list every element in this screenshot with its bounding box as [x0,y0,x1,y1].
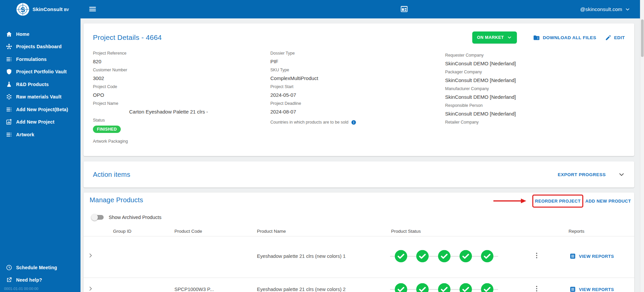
field-label: Project Deadline [270,101,445,106]
field-label: Artwork Packaging [93,139,270,144]
scrollbar-thumb[interactable] [641,19,644,57]
field-value: 2024-05-07 [270,92,445,98]
field-value: 2024-08-07 [270,108,445,115]
expand-row-icon[interactable] [87,285,94,292]
sidebar-item-raw-materials-vault[interactable]: Raw materials Vault [0,91,80,103]
list-icon [6,131,12,138]
sidebar-item-projects-dashboard[interactable]: Projects Dashboard [0,41,80,53]
row-menu-icon[interactable] [533,251,541,261]
field-packager-company: Packager Company SkinConsult DEMO [Neder… [445,70,625,83]
field-label: Manufacturer Company [445,86,625,91]
sidebar-item-need-help[interactable]: Need help? [0,274,80,286]
sidebar-timestamp: 0001-01-01 00:00:00 [0,286,80,291]
field-value: OPO [93,92,270,98]
home-icon [6,31,12,38]
sidebar-item-artwork[interactable]: Artwork [0,128,80,141]
row-menu-icon[interactable] [533,285,541,292]
check-circle-icon [416,250,429,263]
sidebar-item-add-new-project[interactable]: Add New Project [0,116,80,129]
check-circle-icon [395,283,407,292]
annotation-arrow [493,198,528,204]
product-status-stepper [395,283,493,292]
page-title: Project Details - 4664 [93,33,162,42]
account-menu[interactable]: @skinconsult.com [580,0,631,18]
field-project-start: Project Start 2024-05-07 [270,84,445,98]
sidebar-item-label: Project Portfolio Vault [16,69,67,74]
product-status-stepper [395,250,493,263]
annotation-highlight-box: REORDER PROJECT [532,195,583,208]
edit-button[interactable]: EDIT [605,34,625,41]
flask-icon [6,81,12,88]
show-archived-toggle[interactable] [92,215,104,220]
field-label: Project Start [270,84,445,89]
check-circle-icon [481,250,493,263]
project-fields: Project Reference 820 Customer Number 30… [93,51,625,147]
column-header-group-id: Group ID [113,229,131,234]
field-manufacturer-company: Manufacturer Company SkinConsult DEMO [N… [445,86,625,100]
sidebar-item-schedule-meeting[interactable]: Schedule Meeting [0,261,80,274]
sidebar-item-home[interactable]: Home [0,28,80,41]
brand-suffix: BV [64,8,69,12]
field-project-name: Project Name Carton Eyeshadow Palette 21… [93,101,270,115]
dashboard-icon[interactable] [400,5,409,13]
field-value: ComplexMultiProduct [270,75,445,81]
table-row: SPCP1000W3 P... Eyeshadow palette 21 clr… [84,278,634,292]
check-circle-icon [438,250,450,263]
manage-products-card: Manage Products REORDER PROJECT ADD NEW … [84,193,634,292]
chevron-down-icon[interactable] [618,171,625,178]
field-label: Project Name [93,101,270,106]
expand-row-icon[interactable] [87,252,94,261]
fields-column-2: Dossier Type PIF SKU Type ComplexMultiPr… [270,51,445,147]
field-value: 820 [93,58,270,65]
archived-toggle-row: Show Archived Products [92,213,161,221]
sidebar-item-label: Raw materials Vault [16,94,61,99]
menu-icon[interactable] [88,5,97,13]
toggle-knob [91,214,98,221]
sidebar-item-add-new-project-beta[interactable]: Add New Project(Beta) [0,103,80,116]
field-artwork-packaging: Artwork Packaging [93,139,270,144]
check-circle-icon [481,283,493,292]
sidebar-item-rd-products[interactable]: R&D Products [0,78,80,91]
sidebar-item-project-portfolio-vault[interactable]: Project Portfolio Vault [0,66,80,78]
sidebar-item-formulations[interactable]: Formulations [0,53,80,66]
chevron-down-icon [625,6,631,12]
field-requester-company: Requester Company SkinConsult DEMO [Nede… [445,53,625,67]
topbar: @skinconsult.com [80,0,640,18]
field-label: Customer Number [93,68,270,73]
check-circle-icon [460,283,472,292]
app-root: S SkinConsult BV Home Projects Dashboard… [0,0,644,292]
pencil-icon [605,34,611,41]
view-reports-button[interactable]: VIEW REPORTS [569,253,614,260]
field-label: Project Code [93,84,270,89]
account-email: @skinconsult.com [580,6,622,12]
export-progress-button[interactable]: EXPORT PROGRESS [558,172,606,177]
grain-icon [6,93,12,100]
download-all-files-button[interactable]: DOWNLOAD ALL FILES [533,34,596,41]
sidebar-item-label: Artwork [16,132,34,137]
check-circle-icon [460,250,472,263]
list-icon [6,106,12,113]
scrollbar[interactable] [640,0,644,292]
view-reports-button[interactable]: VIEW REPORTS [569,286,614,292]
report-icon [569,286,576,292]
action-items-card: Action items EXPORT PROGRESS [84,161,634,188]
field-label: Retailer Company [445,120,625,125]
field-value: PIF [270,58,445,65]
add-new-product-button[interactable]: ADD NEW PRODUCT [585,199,631,204]
table-row: Eyeshadow palette 21 clrs (new colors) 1… [84,236,634,278]
column-header-product-name: Product Name [257,229,286,234]
field-customer-number: Customer Number 3002 [93,68,270,81]
brand[interactable]: S SkinConsult BV [0,0,80,18]
sidebar-item-label: Schedule Meeting [16,265,57,270]
field-project-reference: Project Reference 820 [93,51,270,65]
field-project-deadline: Project Deadline 2024-08-07 [270,101,445,115]
field-label: Packager Company [445,70,625,75]
reorder-project-button[interactable]: REORDER PROJECT [535,199,581,204]
sidebar: S SkinConsult BV Home Projects Dashboard… [0,0,80,292]
sidebar-item-label: Add New Project [16,119,54,125]
info-icon[interactable] [351,120,357,125]
on-market-button[interactable]: ON MARKET [472,31,517,44]
field-label: Status [93,118,270,123]
view-reports-label: VIEW REPORTS [579,287,614,292]
field-label: Project Reference [93,51,270,56]
